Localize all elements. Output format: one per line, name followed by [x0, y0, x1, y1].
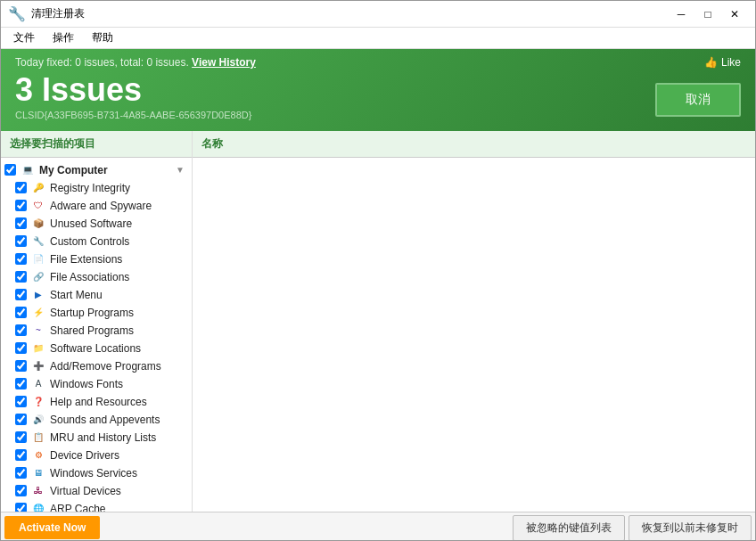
right-panel: 名称 [193, 131, 755, 512]
tree-item-virtual-devices[interactable]: 🖧 Virtual Devices [1, 482, 192, 500]
like-button[interactable]: 👍 Like [704, 56, 741, 69]
checkbox-custom-controls[interactable] [15, 235, 27, 247]
label-registry-integrity: Registry Integrity [50, 182, 185, 194]
tree-item-shared-programs[interactable]: ~ Shared Programs [1, 322, 192, 340]
label-file-extensions: File Extensions [50, 253, 185, 266]
checkbox-add-remove[interactable] [15, 360, 27, 372]
tree-item-add-remove[interactable]: ➕ Add/Remove Programs [1, 357, 192, 375]
tree-item-mru-history[interactable]: 📋 MRU and History Lists [1, 429, 192, 447]
activate-button[interactable]: Activate Now [4, 516, 100, 539]
label-custom-controls: Custom Controls [50, 235, 185, 248]
banner: Today fixed: 0 issues, total: 0 issues. … [1, 49, 755, 131]
tree-item-file-extensions[interactable]: 📄 File Extensions [1, 250, 192, 268]
startmenu-icon: ▶ [31, 288, 45, 302]
tree-item-device-drivers[interactable]: ⚙ Device Drivers [1, 447, 192, 464]
checkbox-mru-history[interactable] [15, 431, 27, 443]
banner-clsid: CLSID{A33FB695-B731-4A85-AABE-656397D0E8… [15, 110, 741, 120]
label-my-computer: My Computer [39, 164, 171, 176]
menubar: 文件 操作 帮助 [1, 28, 755, 49]
tree-item-start-menu[interactable]: ▶ Start Menu [1, 286, 192, 304]
maximize-button[interactable]: □ [694, 1, 721, 28]
tree-item-unused-software[interactable]: 📦 Unused Software [1, 215, 192, 233]
tree-item-adware-spyware[interactable]: 🛡 Adware and Spyware [1, 197, 192, 215]
titlebar: 🔧 清理注册表 ─ □ ✕ [1, 1, 755, 28]
tree-item-sounds[interactable]: 🔊 Sounds and Appevents [1, 411, 192, 429]
right-panel-header: 名称 [193, 131, 755, 158]
virtual-icon: 🖧 [31, 484, 45, 498]
minimize-button[interactable]: ─ [668, 1, 694, 28]
label-mru-history: MRU and History Lists [50, 431, 185, 444]
checkbox-startup-programs[interactable] [15, 307, 27, 318]
bottombar: Activate Now 被忽略的键值列表 恢复到以前未修复时 [1, 512, 755, 541]
checkbox-windows-services[interactable] [15, 467, 27, 479]
thumbs-up-icon: 👍 [704, 56, 718, 69]
extensions-icon: 📄 [31, 252, 45, 266]
tree-item-my-computer[interactable]: 💻 My Computer ▼ [1, 161, 192, 179]
label-file-associations: File Associations [50, 271, 185, 283]
right-panel-content[interactable] [193, 158, 755, 512]
expand-icon: ▼ [176, 165, 185, 175]
checkbox-arp-cache[interactable] [15, 503, 27, 512]
ignored-keys-button[interactable]: 被忽略的键值列表 [513, 515, 625, 541]
checkbox-software-locations[interactable] [15, 342, 27, 354]
checkbox-registry-integrity[interactable] [15, 182, 27, 193]
tree-container[interactable]: 💻 My Computer ▼ 🔑 Registry Integrity 🛡 A… [1, 158, 192, 512]
label-arp-cache: ARP Cache [50, 503, 185, 512]
tree-item-arp-cache[interactable]: 🌐 ARP Cache [1, 500, 192, 512]
tree-item-windows-fonts[interactable]: A Windows Fonts [1, 375, 192, 393]
startup-icon: ⚡ [31, 306, 45, 320]
label-software-locations: Software Locations [50, 342, 185, 355]
view-history-link[interactable]: View History [192, 56, 256, 69]
mru-icon: 📋 [31, 430, 45, 445]
label-adware-spyware: Adware and Spyware [50, 200, 185, 212]
adware-icon: 🛡 [31, 199, 45, 213]
label-virtual-devices: Virtual Devices [50, 485, 185, 497]
sounds-icon: 🔊 [31, 413, 45, 427]
tree-item-registry-integrity[interactable]: 🔑 Registry Integrity [1, 179, 192, 197]
checkbox-help-resources[interactable] [15, 396, 27, 407]
computer-icon: 💻 [21, 163, 35, 177]
controls-icon: 🔧 [31, 234, 45, 249]
tree-item-startup-programs[interactable]: ⚡ Startup Programs [1, 304, 192, 322]
tree-item-windows-services[interactable]: 🖥 Windows Services [1, 464, 192, 482]
checkbox-sounds[interactable] [15, 414, 27, 425]
menu-help[interactable]: 帮助 [83, 29, 122, 47]
services-icon: 🖥 [31, 466, 45, 480]
help-icon: ❓ [31, 395, 45, 409]
label-start-menu: Start Menu [50, 289, 185, 301]
menu-file[interactable]: 文件 [4, 29, 44, 47]
checkbox-windows-fonts[interactable] [15, 378, 27, 389]
label-windows-services: Windows Services [50, 467, 185, 480]
checkbox-virtual-devices[interactable] [15, 485, 27, 496]
checkbox-file-extensions[interactable] [15, 253, 27, 265]
tree-item-file-associations[interactable]: 🔗 File Associations [1, 268, 192, 286]
software-icon: 📦 [31, 217, 45, 231]
drivers-icon: ⚙ [31, 448, 45, 463]
label-help-resources: Help and Resources [50, 396, 185, 408]
label-startup-programs: Startup Programs [50, 307, 185, 319]
checkbox-adware-spyware[interactable] [15, 200, 27, 211]
arp-icon: 🌐 [31, 502, 45, 512]
restore-button[interactable]: 恢复到以前未修复时 [629, 515, 752, 541]
checkbox-device-drivers[interactable] [15, 449, 27, 461]
associations-icon: 🔗 [31, 270, 45, 284]
checkbox-unused-software[interactable] [15, 217, 27, 229]
checkbox-start-menu[interactable] [15, 289, 27, 300]
tree-item-software-locations[interactable]: 📁 Software Locations [1, 340, 192, 357]
cancel-button[interactable]: 取消 [655, 83, 741, 117]
close-button[interactable]: ✕ [721, 1, 748, 28]
tree-item-custom-controls[interactable]: 🔧 Custom Controls [1, 233, 192, 250]
label-shared-programs: Shared Programs [50, 324, 185, 337]
issues-count: 3 Issues [15, 72, 741, 108]
checkbox-file-associations[interactable] [15, 271, 27, 283]
tree-item-help-resources[interactable]: ❓ Help and Resources [1, 393, 192, 411]
app-title: 清理注册表 [31, 6, 668, 21]
checkbox-my-computer[interactable] [4, 164, 16, 176]
checkbox-shared-programs[interactable] [15, 324, 27, 336]
label-device-drivers: Device Drivers [50, 449, 185, 462]
left-panel: 选择要扫描的项目 💻 My Computer ▼ 🔑 Registry Inte… [1, 131, 193, 512]
fonts-icon: A [31, 377, 45, 391]
menu-action[interactable]: 操作 [44, 29, 83, 47]
label-windows-fonts: Windows Fonts [50, 378, 185, 390]
registry-icon: 🔑 [31, 181, 45, 195]
